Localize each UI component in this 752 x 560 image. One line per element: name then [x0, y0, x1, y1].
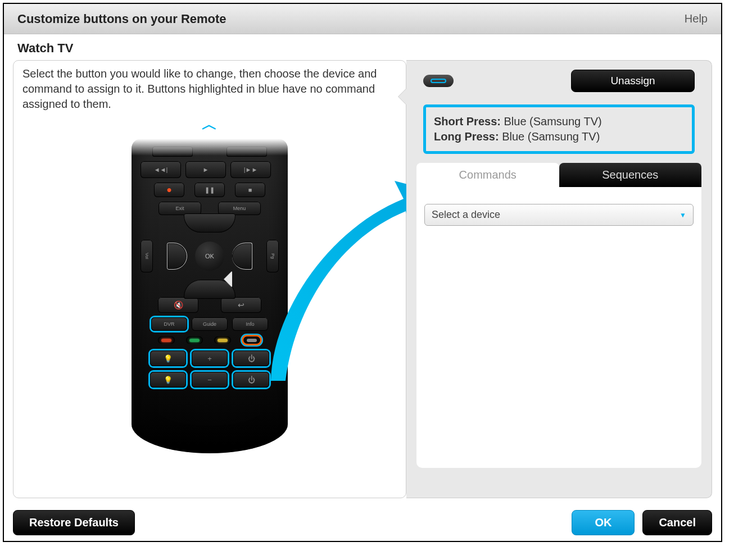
short-press-value: Blue (Samsung TV): [504, 115, 602, 128]
window-title: Customize buttons on your Remote: [17, 12, 226, 26]
tab-body: Select a device ▼: [416, 187, 701, 468]
minus-button[interactable]: −: [192, 372, 228, 388]
remote-fade: [13, 139, 406, 156]
content: Select the button you would like to chan…: [4, 60, 721, 498]
volume-rocker[interactable]: Vol: [141, 240, 153, 272]
dpad: Vol OK Pg: [141, 220, 279, 293]
guide-button[interactable]: Guide: [192, 317, 228, 331]
dpad-left-button[interactable]: [167, 243, 187, 270]
remote-dvr-row: DVR Guide Info: [141, 317, 279, 331]
tab-sequences[interactable]: Sequences: [559, 163, 702, 187]
info-button[interactable]: Info: [232, 317, 268, 331]
unassign-button[interactable]: Unassign: [571, 70, 695, 92]
footer: Restore Defaults OK Cancel: [13, 510, 712, 535]
titlebar: Customize buttons on your Remote Help: [4, 4, 721, 34]
forward-button[interactable]: |►►: [230, 161, 271, 178]
selected-button-icon: [423, 75, 454, 87]
long-press-label: Long Press:: [434, 130, 499, 143]
short-press-line: Short Press: Blue (Samsung TV): [434, 115, 684, 128]
blue-button-highlight: [242, 335, 261, 345]
dpad-up-button[interactable]: [184, 213, 235, 233]
ok-button[interactable]: OK: [195, 242, 224, 271]
long-press-value: Blue (Samsung TV): [502, 130, 600, 143]
device-select[interactable]: Select a device ▼: [424, 204, 694, 226]
remote-mute-back-row: 🔇 ↩: [141, 297, 279, 313]
blue-button[interactable]: [243, 336, 260, 344]
window: Customize buttons on your Remote Help Wa…: [3, 3, 722, 542]
back-button[interactable]: ↩: [221, 297, 261, 313]
ok-button-footer[interactable]: OK: [572, 510, 635, 535]
chevron-up-icon[interactable]: ︿: [13, 114, 406, 135]
bulb-off-button[interactable]: 💡: [150, 372, 186, 388]
rewind-button[interactable]: ◄◄|: [141, 161, 181, 178]
yellow-button[interactable]: [214, 336, 231, 344]
dvr-button[interactable]: DVR: [151, 317, 187, 331]
instructions-text: Select the button you would like to chan…: [13, 61, 406, 116]
socket-off-button[interactable]: ⏻: [233, 372, 269, 388]
remote-wrap: ◄◄| ► |►► ● ❚❚ ■ Exit Menu Vol: [13, 139, 406, 465]
device-select-label: Select a device: [432, 209, 500, 221]
tab-commands[interactable]: Commands: [416, 163, 559, 187]
mute-button[interactable]: 🔇: [158, 297, 198, 313]
subtitle: Watch TV: [4, 34, 721, 60]
dpad-diamond: OK: [170, 217, 249, 295]
restore-defaults-button[interactable]: Restore Defaults: [13, 510, 135, 535]
stop-button[interactable]: ■: [235, 183, 265, 197]
dpad-right-button[interactable]: [232, 243, 252, 270]
socket-on-button[interactable]: ⏻: [233, 350, 269, 366]
tabs: Commands Sequences: [416, 163, 701, 187]
left-panel: Select the button you would like to chan…: [13, 60, 406, 498]
red-button[interactable]: [158, 336, 175, 344]
right-panel: Unassign Short Press: Blue (Samsung TV) …: [406, 60, 712, 498]
green-button[interactable]: [186, 336, 203, 344]
right-top: Unassign: [406, 61, 712, 98]
help-link[interactable]: Help: [685, 12, 708, 25]
remote-color-row: [141, 335, 279, 345]
footer-right: OK Cancel: [572, 510, 712, 535]
pause-button[interactable]: ❚❚: [194, 183, 225, 197]
page-rocker[interactable]: Pg: [266, 240, 279, 272]
record-button[interactable]: ●: [154, 183, 184, 197]
dropdown-triangle-icon: ▼: [679, 211, 686, 219]
plus-button[interactable]: +: [192, 350, 228, 366]
remote: ◄◄| ► |►► ● ❚❚ ■ Exit Menu Vol: [132, 139, 288, 453]
bulb-on-button[interactable]: 💡: [150, 350, 186, 366]
long-press-line: Long Press: Blue (Samsung TV): [434, 130, 684, 143]
remote-bottom-grid: 💡 + ⏻ 💡 − ⏻: [141, 350, 279, 388]
remote-transport2-row: ● ❚❚ ■: [141, 183, 279, 197]
remote-transport-row: ◄◄| ► |►►: [141, 161, 279, 178]
press-assignments-box: Short Press: Blue (Samsung TV) Long Pres…: [423, 104, 695, 154]
cancel-button[interactable]: Cancel: [642, 510, 712, 535]
play-button[interactable]: ►: [185, 161, 226, 178]
short-press-label: Short Press:: [434, 115, 501, 128]
